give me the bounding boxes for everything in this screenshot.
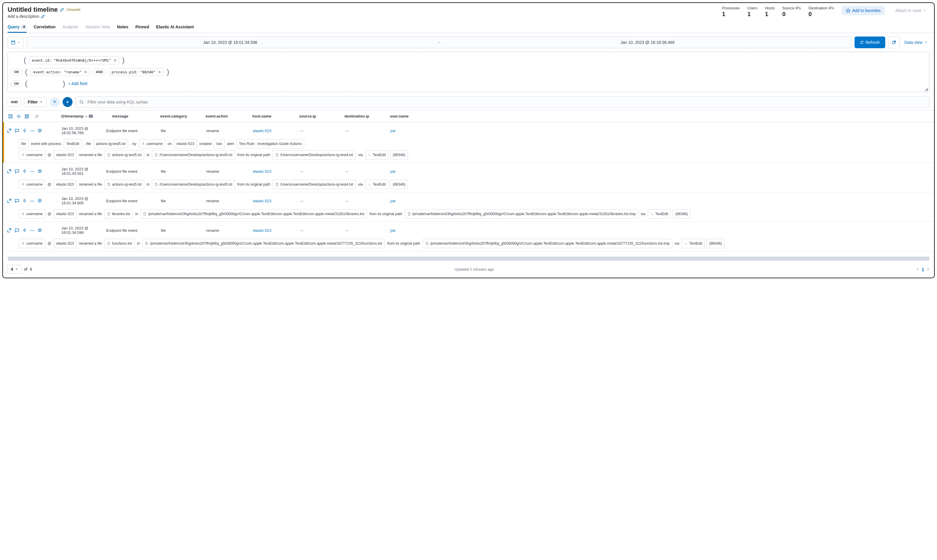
cell-user-name[interactable]: joe <box>390 129 395 133</box>
tab-ai-assistant[interactable]: Elastic AI Assistant <box>156 22 194 33</box>
tag-user[interactable]: username <box>19 150 45 160</box>
pin-icon[interactable] <box>22 128 27 133</box>
cube-icon[interactable] <box>37 228 42 233</box>
tag-orig-path[interactable]: /Users/username/Desktop/actions-ig-test4… <box>273 150 356 160</box>
or-operator[interactable]: OR <box>11 69 22 75</box>
filter-button[interactable]: Filter <box>24 97 47 107</box>
tag-process[interactable]: TextEdit <box>64 139 82 148</box>
tag-pid[interactable]: (88346) <box>673 209 690 218</box>
pin-icon[interactable] <box>22 198 27 203</box>
sort-icon[interactable] <box>34 114 40 119</box>
tag-orig-path[interactable]: /Users/username/Desktop/actions-ig-test4… <box>273 180 356 189</box>
tag-filename[interactable]: actions-ig-test5.txt <box>93 139 128 148</box>
add-filter-button[interactable] <box>63 97 72 107</box>
comment-icon[interactable] <box>15 169 19 174</box>
cube-icon[interactable] <box>37 198 42 203</box>
tag-user[interactable]: username <box>19 180 45 189</box>
filter-settings-button[interactable] <box>50 97 60 107</box>
tag-pid[interactable]: (88346) <box>390 150 408 160</box>
tag-severity[interactable]: low <box>214 139 225 148</box>
tag-rule[interactable]: Test Rule - Investigation Guide Actions <box>236 139 304 148</box>
edit-description-icon[interactable] <box>41 14 45 18</box>
col-timestamp[interactable]: @timestamp 1 <box>59 112 110 121</box>
tag-orig-path[interactable]: /private/var/folders/vl/3hgrbnbs207ffmjb… <box>405 209 638 218</box>
cell-user-name[interactable]: joe <box>390 228 395 233</box>
or-operator[interactable]: OR <box>11 80 22 87</box>
more-icon[interactable]: ⋯ <box>30 198 34 203</box>
edit-title-icon[interactable] <box>60 8 64 12</box>
col-host-name[interactable]: host.name <box>251 112 297 121</box>
kql-search[interactable] <box>76 96 929 108</box>
tag-path[interactable]: /private/var/folders/vl/3hgrbnbs207ffmjb… <box>140 209 367 218</box>
tag-process[interactable]: TextEdit <box>365 150 388 160</box>
tag-user[interactable]: username <box>19 239 45 248</box>
timeline-description[interactable]: Add a description <box>8 14 39 19</box>
tag-host[interactable]: elastic-523 <box>54 239 76 248</box>
pin-icon[interactable] <box>22 169 27 174</box>
tag-user[interactable]: username <box>139 139 165 148</box>
cell-host-name[interactable]: elastic-523 <box>253 199 271 203</box>
expand-icon[interactable] <box>7 228 12 233</box>
columns-icon[interactable] <box>8 114 14 119</box>
cell-user-name[interactable]: joe <box>390 199 395 203</box>
attach-to-case-button[interactable]: Attach to case <box>892 6 929 15</box>
time-from[interactable]: Jan 10, 2023 @ 16:01:34.596 <box>26 40 434 45</box>
cube-icon[interactable] <box>37 169 42 174</box>
expand-icon[interactable] <box>7 128 12 133</box>
pager-next[interactable]: > <box>927 267 929 272</box>
cell-host-name[interactable]: elastic-523 <box>253 228 271 233</box>
pin-icon[interactable] <box>22 228 27 233</box>
remove-filter-icon[interactable]: ✕ <box>114 58 117 63</box>
resize-handle-icon[interactable]: ◢ <box>925 86 928 91</box>
tag-path[interactable]: /Users/username/Desktop/actions-ig-test5… <box>152 150 235 160</box>
horizontal-scrollbar[interactable] <box>8 257 929 261</box>
tag-file[interactable]: actions-ig-test5.txt <box>105 180 144 189</box>
cell-host-name[interactable]: elastic-523 <box>253 169 271 174</box>
tag-user[interactable]: username <box>19 209 45 218</box>
cell-host-name[interactable]: elastic-523 <box>253 129 271 133</box>
col-destination-ip[interactable]: destination.ip <box>343 112 388 121</box>
expand-icon[interactable] <box>7 169 12 174</box>
col-message[interactable]: message <box>110 112 159 121</box>
time-to[interactable]: Jan 10, 2023 @ 16:18:36.469 <box>444 40 851 45</box>
filter-chip[interactable]: process.pid: "88346" ✕ <box>109 68 164 76</box>
open-in-new-button[interactable] <box>888 37 900 48</box>
col-event-category[interactable]: event.category <box>159 112 204 121</box>
comment-icon[interactable] <box>15 128 19 133</box>
more-icon[interactable]: ⋯ <box>30 228 34 233</box>
tag-path[interactable]: /Users/username/Desktop/actions-ig-test5… <box>152 180 235 189</box>
add-field-button[interactable]: + Add field <box>68 81 88 86</box>
tag-host[interactable]: elastic-523 <box>54 209 76 218</box>
comment-icon[interactable] <box>15 228 19 233</box>
cube-icon[interactable] <box>37 128 42 133</box>
tag-process[interactable]: TextEdit <box>365 180 388 189</box>
tag-orig-path[interactable]: /private/var/folders/vl/3hgrbnbs207ffmjb… <box>422 239 672 248</box>
calendar-picker-button[interactable] <box>8 37 23 48</box>
filter-chip[interactable]: event.id: "MvkX6x6TKsWnBj/O++++rVM1" ✕ <box>29 56 119 64</box>
tab-pinned[interactable]: Pinned <box>136 22 149 33</box>
tag-host[interactable]: elastic-523 <box>54 150 76 160</box>
more-icon[interactable]: ⋯ <box>30 128 34 133</box>
cell-user-name[interactable]: joe <box>390 169 395 174</box>
tag-pid[interactable]: (88346) <box>390 180 408 189</box>
tag-host[interactable]: elastic-523 <box>174 139 197 148</box>
pager-prev[interactable]: < <box>917 267 919 272</box>
pager-page[interactable]: 1 <box>922 267 924 272</box>
time-range-display[interactable]: Jan 10, 2023 @ 16:01:34.596 → Jan 10, 20… <box>26 37 852 48</box>
dataview-selector[interactable]: Data view <box>903 37 929 48</box>
add-to-favorites-button[interactable]: Add to favorites <box>841 6 885 15</box>
filter-chip[interactable]: event.action: "rename" ✕ <box>31 68 90 76</box>
expand-icon[interactable] <box>7 198 12 203</box>
fullscreen-icon[interactable] <box>24 114 30 119</box>
tag-file[interactable]: actions-ig-test5.txt <box>105 150 144 160</box>
tab-notes[interactable]: Notes <box>117 22 128 33</box>
remove-filter-icon[interactable]: ✕ <box>158 70 161 74</box>
and-operator[interactable]: AND <box>93 69 106 75</box>
more-icon[interactable]: ⋯ <box>30 169 34 174</box>
col-event-action[interactable]: event.action <box>204 112 251 121</box>
col-user-name[interactable]: user.name <box>388 112 420 121</box>
kql-input[interactable] <box>87 99 926 105</box>
page-size-selector[interactable]: 4 of 4 <box>8 265 32 274</box>
tab-query[interactable]: Query 4 <box>8 22 26 33</box>
tag-host[interactable]: elastic-523 <box>54 180 76 189</box>
